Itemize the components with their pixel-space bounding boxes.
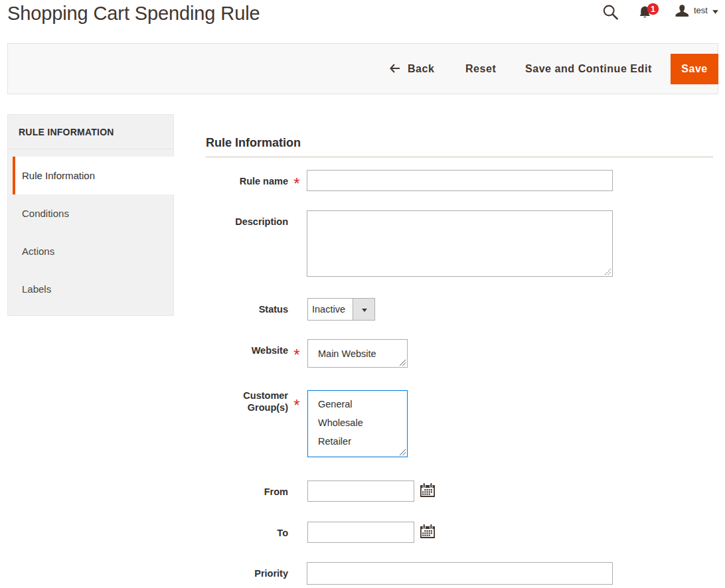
svg-text:1: 1 — [651, 5, 655, 14]
